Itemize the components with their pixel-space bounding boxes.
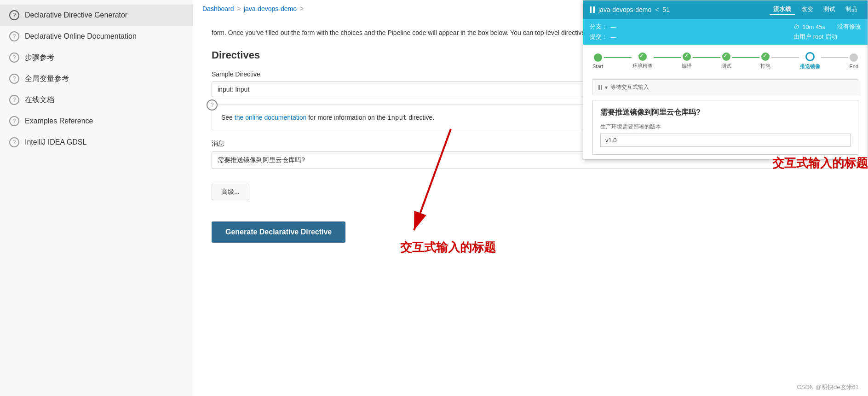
stage-info-chevron: ▾	[605, 84, 608, 91]
commit-value: —	[610, 34, 616, 41]
stages-track: Start ✓ 环境检查 ✓	[592, 52, 858, 70]
sidebar-item-online-doc[interactable]: ? 在线文档	[0, 89, 193, 111]
pipeline-nav-tabs: 流水线 改变 测试 制品	[770, 4, 861, 15]
stage-label-env: 环境检查	[632, 63, 653, 70]
advanced-button[interactable]: 高级...	[212, 184, 249, 200]
pause-bar-1	[590, 6, 592, 13]
commit-label: 提交：	[590, 33, 608, 41]
stage-test: ✓ 测试	[721, 52, 731, 70]
no-change: 没有修改	[837, 23, 861, 31]
pipeline-project-name[interactable]: java-devops-demo	[598, 6, 651, 13]
interactive-input-panel: 需要推送镜像到阿里云仓库吗? 生产环境需要部署的版本	[592, 100, 858, 155]
question-icon-3: ?	[9, 74, 19, 84]
connector-3	[693, 57, 720, 58]
sidebar-item-global-var-reference[interactable]: ? 全局变量参考	[0, 68, 193, 89]
sidebar-item-label-2: 步骤参考	[25, 53, 54, 63]
stage-pause-bar-1	[598, 85, 600, 90]
meta-branch-row: 分支： — 提交： —	[590, 23, 616, 41]
question-icon-5: ?	[9, 116, 19, 126]
question-icon-4: ?	[9, 95, 19, 105]
sidebar-item-label-6: IntelliJ IDEA GDSL	[25, 138, 86, 146]
info-question-icon: ?	[207, 99, 218, 111]
meta-right: ⏱ 10m 45s 没有修改 由用户 root 启动	[793, 23, 861, 41]
connector-5	[771, 57, 799, 58]
breadcrumb-dashboard[interactable]: Dashboard	[202, 5, 234, 12]
pipeline-build-num: 51	[662, 6, 670, 13]
pause-bar-2	[593, 6, 595, 13]
sidebar-item-declarative-online-doc[interactable]: ? Declarative Online Documentation	[0, 26, 193, 47]
duration-value: 10m 45s	[802, 23, 825, 30]
stage-pause-bar-2	[601, 85, 602, 90]
sidebar-item-examples-reference[interactable]: ? Examples Reference	[0, 111, 193, 132]
stage-end: End	[849, 53, 858, 69]
generate-declarative-directive-button[interactable]: Generate Declarative Directive	[212, 221, 345, 243]
connector-2	[654, 57, 681, 58]
stage-env: ✓ 环境检查	[632, 52, 653, 70]
version-input[interactable]	[600, 134, 851, 147]
sidebar-item-intellij-gdsl[interactable]: ? IntelliJ IDEA GDSL	[0, 132, 193, 153]
stage-dot-push	[805, 52, 815, 61]
pause-icon	[590, 6, 595, 13]
sidebar-item-step-reference[interactable]: ? 步骤参考	[0, 47, 193, 68]
stage-label-push: 推送镜像	[800, 63, 820, 70]
stage-compile: ✓ 编译	[682, 52, 692, 70]
tab-pipeline[interactable]: 流水线	[770, 4, 795, 15]
meta-duration-row: ⏱ 10m 45s 没有修改	[793, 23, 861, 31]
connector-6	[821, 57, 849, 58]
sidebar-item-label-4: 在线文档	[25, 95, 54, 105]
stage-label-test: 测试	[721, 63, 731, 70]
stage-start: Start	[592, 53, 603, 69]
question-icon-6: ?	[9, 137, 19, 147]
tab-changes[interactable]: 改变	[798, 4, 817, 15]
duration-icon: ⏱	[793, 23, 799, 30]
sidebar: ? Declarative Directive Generator ? Decl…	[0, 0, 193, 396]
pipeline-stages: Start ✓ 环境检查 ✓	[583, 45, 868, 159]
stage-dot-end	[850, 53, 858, 62]
breadcrumb: Dashboard > java-devops-demo >	[202, 5, 304, 13]
stage-info-box: ▾ 等待交互式输入	[592, 79, 858, 95]
meta-started-row: 由用户 root 启动	[793, 33, 861, 41]
question-icon-0: ?	[9, 10, 19, 20]
started-by: 由用户 root 启动	[793, 33, 837, 41]
sidebar-item-label-5: Examples Reference	[25, 117, 93, 125]
connector-4	[732, 57, 760, 58]
pipeline-meta: 分支： — 提交： — ⏱ 10m 45s 没有修改 由用户 root 启动	[583, 19, 868, 45]
sidebar-item-declarative-directive-generator[interactable]: ? Declarative Directive Generator	[0, 5, 193, 26]
stage-push: 推送镜像	[800, 52, 820, 70]
breadcrumb-sep2: >	[299, 5, 304, 13]
stage-package: ✓ 打包	[760, 52, 770, 70]
question-icon-2: ?	[9, 52, 19, 63]
tab-tests[interactable]: 测试	[820, 4, 839, 15]
stage-dot-start	[594, 53, 602, 62]
breadcrumb-project[interactable]: java-devops-demo	[244, 5, 297, 12]
connector-1	[604, 57, 632, 58]
pipeline-header: java-devops-demo < 51 流水线 改变 测试 制品	[583, 0, 868, 19]
branch-label: 分支：	[590, 23, 608, 31]
pipeline-build-sep: <	[655, 6, 659, 13]
app-container: ? Declarative Directive Generator ? Decl…	[0, 0, 868, 396]
stage-waiting-text: 等待交互式输入	[610, 83, 649, 91]
stage-pause-icon	[598, 85, 602, 90]
sidebar-item-label-0: Declarative Directive Generator	[25, 11, 127, 19]
stage-label-package: 打包	[760, 63, 770, 70]
branch-value: —	[610, 23, 616, 30]
breadcrumb-sep1: >	[237, 5, 241, 13]
watermark: CSDN @明快de玄米61	[797, 383, 859, 391]
meta-branch: 分支： —	[590, 23, 616, 31]
stage-label-compile: 编译	[682, 63, 692, 70]
online-doc-link[interactable]: the online documentation	[235, 114, 306, 121]
meta-commit: 提交： —	[590, 33, 616, 41]
sidebar-item-label-1: Declarative Online Documentation	[25, 32, 137, 41]
tab-artifacts[interactable]: 制品	[842, 4, 861, 15]
question-icon-1: ?	[9, 31, 19, 41]
interactive-input-title: 需要推送镜像到阿里云仓库吗?	[600, 108, 851, 117]
stage-label-start: Start	[592, 64, 603, 69]
stage-label-end: End	[849, 64, 858, 69]
input-sublabel: 生产环境需要部署的版本	[600, 123, 851, 131]
pipeline-panel: java-devops-demo < 51 流水线 改变 测试 制品 分支： —…	[583, 0, 868, 160]
sidebar-item-label-3: 全局变量参考	[25, 74, 69, 84]
